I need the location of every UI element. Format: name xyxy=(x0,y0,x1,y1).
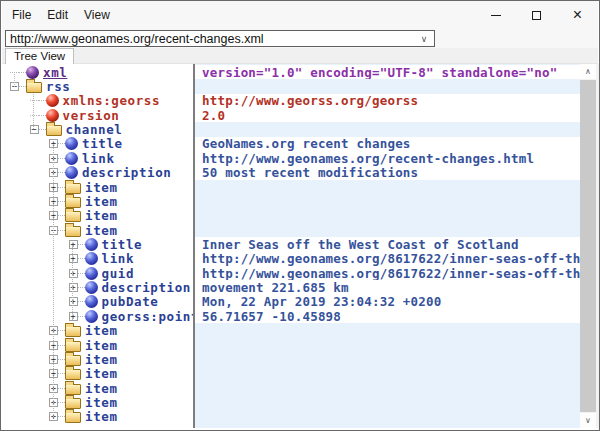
tree-node-label[interactable]: item xyxy=(85,208,118,223)
tree-node-item[interactable]: +item xyxy=(2,395,193,409)
element-icon[interactable] xyxy=(65,152,78,165)
folder-icon[interactable] xyxy=(65,384,81,395)
value-row: GeoNames.org recent changes xyxy=(195,137,580,151)
tree-node-georss:point[interactable]: +georss:point xyxy=(2,309,193,323)
tree-node-item[interactable]: +item xyxy=(2,338,193,352)
expand-icon[interactable]: + xyxy=(69,297,78,306)
tree-node-item[interactable]: +item xyxy=(2,209,193,223)
minimize-button[interactable] xyxy=(475,1,516,29)
close-button[interactable]: × xyxy=(557,1,598,29)
tree-node-label[interactable]: description xyxy=(82,165,171,180)
tree-node-label[interactable]: item xyxy=(85,180,118,195)
tree-node-rss[interactable]: −rss xyxy=(2,79,193,93)
tree-node-label[interactable]: link xyxy=(82,151,115,166)
maximize-button[interactable] xyxy=(516,1,557,29)
tree-node-label[interactable]: xmlns:georss xyxy=(63,93,161,108)
tree-node-link[interactable]: +link xyxy=(2,151,193,165)
scrollbar-thumb[interactable] xyxy=(580,80,596,412)
tree-node-item[interactable]: −item xyxy=(2,223,193,237)
attribute-icon[interactable] xyxy=(46,94,59,107)
tree-node-label[interactable]: channel xyxy=(66,122,123,137)
tree-node-label[interactable]: item xyxy=(85,409,118,424)
element-icon[interactable] xyxy=(85,281,98,294)
element-icon[interactable] xyxy=(85,310,98,323)
tree-node-description[interactable]: +description xyxy=(2,280,193,294)
tree-node-version[interactable]: version xyxy=(2,108,193,122)
tree-node-item[interactable]: +item xyxy=(2,367,193,381)
xml-declaration-icon[interactable] xyxy=(26,66,39,79)
tree-node-item[interactable]: +item xyxy=(2,410,193,424)
tree-node-label[interactable]: title xyxy=(82,136,123,151)
tree-node-item[interactable]: +item xyxy=(2,180,193,194)
menu-edit[interactable]: Edit xyxy=(39,1,76,29)
scroll-up-icon[interactable]: ∧ xyxy=(580,64,596,79)
expand-icon[interactable]: + xyxy=(69,312,78,321)
chevron-down-icon[interactable]: ∨ xyxy=(414,34,434,44)
folder-icon[interactable] xyxy=(65,226,81,237)
tree-connector-line xyxy=(78,316,85,317)
tree-node-label[interactable]: version xyxy=(63,108,120,123)
tree-node-label[interactable]: description xyxy=(102,280,191,295)
title-bar: File Edit View × xyxy=(2,1,598,29)
folder-icon[interactable] xyxy=(65,398,81,409)
url-input[interactable] xyxy=(6,31,414,46)
tree-node-xmlns:georss[interactable]: xmlns:georss xyxy=(2,94,193,108)
tree-connector-line xyxy=(78,301,85,302)
folder-icon[interactable] xyxy=(65,355,81,366)
element-icon[interactable] xyxy=(65,137,78,150)
element-icon[interactable] xyxy=(85,252,98,265)
expand-icon[interactable]: + xyxy=(69,240,78,249)
tree-node-label[interactable]: item xyxy=(85,223,118,238)
tree-node-description[interactable]: +description xyxy=(2,166,193,180)
expand-icon[interactable]: + xyxy=(69,254,78,263)
folder-icon[interactable] xyxy=(65,369,81,380)
tree-node-item[interactable]: +item xyxy=(2,194,193,208)
tree-node-label[interactable]: georss:point xyxy=(102,309,194,324)
tree-node-guid[interactable]: +guid xyxy=(2,266,193,280)
tab-tree-view[interactable]: Tree View xyxy=(5,48,74,64)
tree-node-label[interactable]: xml xyxy=(43,65,67,80)
element-icon[interactable] xyxy=(85,267,98,280)
tree-node-label[interactable]: item xyxy=(85,395,118,410)
tree-node-xml[interactable]: xml xyxy=(2,65,193,79)
folder-icon[interactable] xyxy=(65,197,81,208)
element-icon[interactable] xyxy=(65,166,78,179)
tree-node-pubDate[interactable]: +pubDate xyxy=(2,295,193,309)
tree-node-label[interactable]: item xyxy=(85,352,118,367)
collapse-icon[interactable]: − xyxy=(30,125,39,134)
folder-icon[interactable] xyxy=(65,341,81,352)
tree-node-link[interactable]: +link xyxy=(2,252,193,266)
vertical-scrollbar[interactable]: ∧ ∨ xyxy=(580,64,596,428)
scroll-down-icon[interactable]: ∨ xyxy=(580,413,596,428)
tree-node-label[interactable]: item xyxy=(85,194,118,209)
tree-node-label[interactable]: guid xyxy=(102,266,135,281)
tree-node-item[interactable]: +item xyxy=(2,352,193,366)
tree-node-label[interactable]: pubDate xyxy=(102,294,159,309)
tree-node-item[interactable]: +item xyxy=(2,381,193,395)
tree-node-item[interactable]: +item xyxy=(2,323,193,337)
tree-node-label[interactable]: title xyxy=(102,237,143,252)
menu-file[interactable]: File xyxy=(4,1,39,29)
element-icon[interactable] xyxy=(85,295,98,308)
element-icon[interactable] xyxy=(85,238,98,251)
tree-node-label[interactable]: item xyxy=(85,381,118,396)
tree-node-label[interactable]: rss xyxy=(46,79,70,94)
tree-node-label[interactable]: item xyxy=(85,338,118,353)
expand-icon[interactable]: + xyxy=(69,269,78,278)
folder-icon[interactable] xyxy=(65,211,81,222)
tree-node-label[interactable]: item xyxy=(85,366,118,381)
folder-icon[interactable] xyxy=(46,125,62,136)
tree-node-label[interactable]: link xyxy=(102,251,135,266)
folder-icon[interactable] xyxy=(26,82,42,93)
tree-node-title[interactable]: +title xyxy=(2,237,193,251)
folder-icon[interactable] xyxy=(65,412,81,423)
tree-node-channel[interactable]: −channel xyxy=(2,122,193,136)
folder-icon[interactable] xyxy=(65,183,81,194)
expand-icon[interactable]: + xyxy=(69,283,78,292)
folder-icon[interactable] xyxy=(65,326,81,337)
tree-node-title[interactable]: +title xyxy=(2,137,193,151)
url-combobox[interactable]: ∨ xyxy=(5,30,435,47)
tree-node-label[interactable]: item xyxy=(85,323,118,338)
menu-view[interactable]: View xyxy=(76,1,118,29)
attribute-icon[interactable] xyxy=(46,109,59,122)
